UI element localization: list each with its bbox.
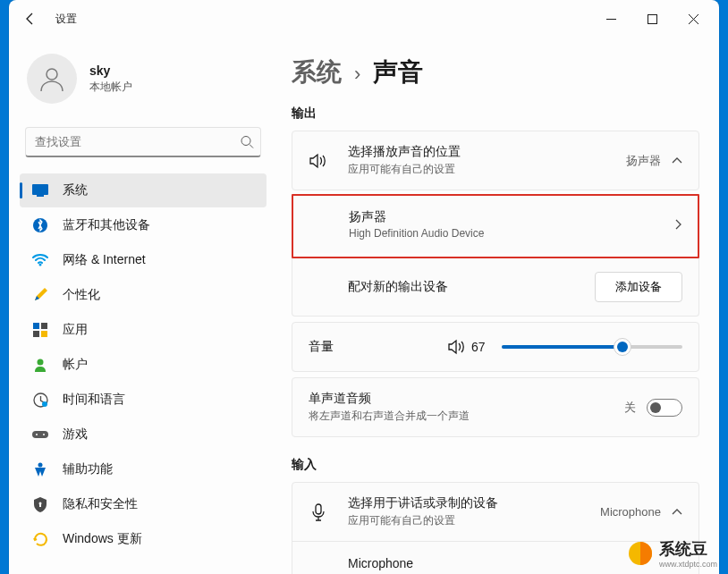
watermark-site: www.xtdptc.com xyxy=(659,560,717,569)
sidebar: sky 本地帐户 系统 蓝牙和其他设备 网络 & Internet xyxy=(9,38,277,574)
minimize-button[interactable] xyxy=(590,4,631,33)
chevron-up-icon xyxy=(672,157,682,165)
row-sub: 应用可能有自己的设置 xyxy=(348,513,600,528)
person-icon xyxy=(38,64,66,93)
nav-privacy[interactable]: 隐私和安全性 xyxy=(20,487,267,521)
nav-accessibility[interactable]: 辅助功能 xyxy=(20,452,267,486)
clock-globe-icon xyxy=(33,393,48,408)
gamepad-icon xyxy=(32,429,48,440)
update-icon xyxy=(33,532,48,547)
nav-label: 个性化 xyxy=(63,287,100,303)
svg-rect-12 xyxy=(41,331,47,337)
row-sub: 将左声道和右声道合并成一个声道 xyxy=(309,409,624,424)
row-title: 选择播放声音的位置 xyxy=(348,144,626,160)
microphone-icon xyxy=(312,503,325,521)
output-choose-row[interactable]: 选择播放声音的位置 应用可能有自己的设置 扬声器 xyxy=(292,131,698,190)
breadcrumb: 系统 › 声音 xyxy=(292,55,699,89)
svg-rect-9 xyxy=(33,323,39,329)
minimize-icon xyxy=(606,14,616,24)
input-heading: 输入 xyxy=(292,457,699,473)
profile-type: 本地帐户 xyxy=(89,80,132,95)
close-button[interactable] xyxy=(673,4,714,33)
input-device-value: Microphone xyxy=(600,505,661,519)
nav-label: Windows 更新 xyxy=(63,531,142,547)
svg-point-2 xyxy=(47,69,57,80)
nav-network[interactable]: 网络 & Internet xyxy=(20,243,267,277)
mono-state: 关 xyxy=(624,400,636,416)
svg-rect-1 xyxy=(648,14,656,23)
watermark-brand: 系统豆 xyxy=(659,538,717,560)
svg-point-17 xyxy=(36,434,38,435)
nav-label: 游戏 xyxy=(63,426,88,443)
watermark: 系统豆 www.xtdptc.com xyxy=(627,538,717,569)
chevron-right-icon: › xyxy=(354,63,360,86)
svg-point-13 xyxy=(38,359,44,366)
back-arrow-icon xyxy=(23,12,38,26)
row-sub: High Definition Audio Device xyxy=(349,227,674,240)
row-title: 单声道音频 xyxy=(309,391,624,407)
search-input[interactable] xyxy=(25,127,261,157)
window-title: 设置 xyxy=(55,12,77,27)
volume-value: 67 xyxy=(471,340,486,354)
accounts-icon xyxy=(33,358,47,372)
svg-point-19 xyxy=(38,463,43,468)
svg-rect-16 xyxy=(32,431,48,438)
profile-name: sky xyxy=(89,63,132,78)
svg-rect-5 xyxy=(32,184,48,195)
input-choose-row[interactable]: 选择用于讲话或录制的设备 应用可能有自己的设置 Microphone xyxy=(292,483,698,541)
nav-time-language[interactable]: 时间和语言 xyxy=(20,383,267,417)
speaker-icon xyxy=(448,339,466,355)
nav-label: 隐私和安全性 xyxy=(63,496,138,512)
svg-point-18 xyxy=(43,434,45,435)
speaker-icon xyxy=(309,153,327,169)
slider-thumb[interactable] xyxy=(614,338,631,356)
chevron-up-icon xyxy=(672,509,682,516)
row-title: 选择用于讲话或录制的设备 xyxy=(348,495,600,511)
output-choose-card: 选择播放声音的位置 应用可能有自己的设置 扬声器 xyxy=(292,131,699,190)
bean-icon xyxy=(627,540,654,567)
nav-label: 系统 xyxy=(63,182,88,198)
svg-point-15 xyxy=(42,401,47,407)
add-device-button[interactable]: 添加设备 xyxy=(595,272,682,302)
nav-label: 应用 xyxy=(63,322,88,338)
volume-slider[interactable] xyxy=(502,345,682,349)
nav-system[interactable]: 系统 xyxy=(20,173,267,207)
mono-card: 单声道音频 将左声道和右声道合并成一个声道 关 xyxy=(292,377,699,437)
nav-label: 帐户 xyxy=(63,357,88,373)
output-device-row[interactable]: 扬声器 High Definition Audio Device xyxy=(293,196,698,253)
svg-point-8 xyxy=(39,264,42,266)
svg-rect-6 xyxy=(37,195,44,197)
nav-gaming[interactable]: 游戏 xyxy=(20,418,267,452)
close-icon xyxy=(689,14,698,24)
search-box xyxy=(25,127,261,157)
accessibility-icon xyxy=(33,462,47,477)
profile-block[interactable]: sky 本地帐户 xyxy=(14,38,272,127)
svg-rect-11 xyxy=(33,331,39,337)
system-icon xyxy=(32,184,48,197)
mono-toggle[interactable] xyxy=(647,399,682,417)
svg-rect-21 xyxy=(39,504,41,507)
bc-root[interactable]: 系统 xyxy=(292,55,342,89)
nav-apps[interactable]: 应用 xyxy=(20,313,267,347)
mono-row: 单声道音频 将左声道和右声道合并成一个声道 关 xyxy=(292,378,698,436)
nav-accounts[interactable]: 帐户 xyxy=(20,348,267,382)
nav-label: 时间和语言 xyxy=(63,392,125,408)
nav-label: 蓝牙和其他设备 xyxy=(63,217,150,233)
nav-personalization[interactable]: 个性化 xyxy=(20,278,267,312)
volume-label: 音量 xyxy=(309,339,448,355)
row-sub: 应用可能有自己的设置 xyxy=(348,162,626,177)
search-icon xyxy=(241,136,254,149)
back-button[interactable] xyxy=(14,3,47,35)
pair-device-card: 配对新的输出设备 添加设备 xyxy=(292,258,699,317)
nav-label: 网络 & Internet xyxy=(63,252,146,268)
volume-card: 音量 67 xyxy=(292,322,699,372)
nav-label: 辅助功能 xyxy=(63,461,113,477)
titlebar: 设置 xyxy=(9,0,719,38)
nav-bluetooth[interactable]: 蓝牙和其他设备 xyxy=(20,208,267,242)
nav-update[interactable]: Windows 更新 xyxy=(20,522,267,556)
output-device-value: 扬声器 xyxy=(626,153,661,169)
paintbrush-icon xyxy=(32,287,48,303)
pair-row: 配对新的输出设备 添加设备 xyxy=(292,258,698,316)
maximize-button[interactable] xyxy=(631,4,673,33)
shield-icon xyxy=(34,497,47,512)
